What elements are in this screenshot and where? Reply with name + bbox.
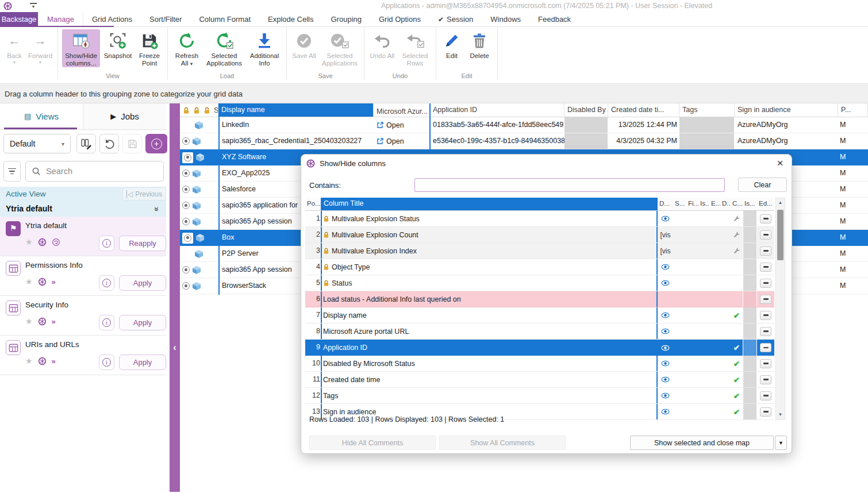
visibility-cell[interactable] bbox=[658, 388, 673, 403]
tab-manage[interactable]: Manage bbox=[38, 12, 83, 26]
comment-button[interactable] bbox=[760, 375, 771, 384]
comment-button[interactable] bbox=[760, 407, 771, 417]
comment-button[interactable] bbox=[760, 295, 771, 304]
column-row-created-date-time[interactable]: 11 Created date time ✔ bbox=[305, 372, 774, 388]
scroll-down-button[interactable]: ▼ bbox=[776, 410, 785, 419]
comment-button[interactable] bbox=[760, 311, 771, 320]
apply-button[interactable]: Apply bbox=[119, 275, 166, 291]
save-view-button[interactable] bbox=[122, 134, 142, 153]
visibility-cell[interactable] bbox=[658, 291, 673, 307]
column-row-application-id[interactable]: 9 Application ID ✔ bbox=[305, 340, 774, 356]
previous-view-button[interactable]: ◁ Previous bbox=[122, 187, 166, 201]
refresh-all-button[interactable]: Refresh All ▾ bbox=[172, 29, 202, 68]
visibility-cell[interactable] bbox=[658, 340, 673, 356]
hide-all-comments-button[interactable]: Hide All Comments bbox=[309, 436, 436, 450]
load-selected-applications-button[interactable]: Selected Applications bbox=[204, 29, 244, 67]
visibility-cell[interactable] bbox=[658, 307, 673, 323]
search-input[interactable] bbox=[46, 167, 144, 176]
tab-grid-options[interactable]: Grid Options bbox=[370, 12, 429, 26]
sidebar-tab-jobs[interactable]: ▶ Jobs bbox=[83, 103, 166, 129]
star-icon[interactable]: ★ bbox=[25, 237, 33, 246]
comment-button[interactable] bbox=[760, 279, 771, 288]
manage-tags-button[interactable] bbox=[76, 134, 96, 153]
star-icon[interactable]: ★ bbox=[25, 356, 33, 365]
additional-info-button[interactable]: Additional Info bbox=[247, 29, 282, 67]
comment-button[interactable] bbox=[760, 246, 771, 256]
column-row-status[interactable]: 5 Status bbox=[305, 275, 774, 291]
visibility-cell[interactable] bbox=[658, 259, 673, 275]
header-ed[interactable]: Ed... bbox=[757, 198, 774, 210]
save-all-button[interactable]: Save All bbox=[291, 29, 317, 60]
tab-feedback[interactable]: Feedback bbox=[529, 12, 579, 26]
freeze-point-button[interactable]: Freeze Point bbox=[136, 29, 163, 67]
visibility-cell[interactable]: [vis bbox=[658, 227, 673, 242]
view-info-button[interactable]: i bbox=[99, 275, 114, 291]
comment-button[interactable] bbox=[760, 263, 771, 272]
view-item-uris-and-urls[interactable]: URIs and URLs ★ » i Apply bbox=[0, 336, 166, 375]
tags-column-header[interactable]: Tags bbox=[679, 103, 735, 117]
header-c[interactable]: C... bbox=[731, 198, 743, 210]
column-row-display-name[interactable]: 7 Display name ✔ bbox=[305, 307, 774, 323]
apply-button[interactable]: Apply bbox=[119, 355, 166, 370]
tab-grid-actions[interactable]: Grid Actions bbox=[83, 12, 141, 26]
back-button[interactable]: ← Back ▾ bbox=[4, 29, 25, 65]
quick-access-customize-icon[interactable]: ▾ bbox=[30, 3, 37, 9]
position-column-header[interactable]: Po... bbox=[305, 198, 321, 210]
column-row-microsoft-azure-portal-url[interactable]: 8 Microsoft Azure portal URL bbox=[305, 323, 774, 340]
comment-button[interactable] bbox=[760, 230, 771, 240]
reapply-button[interactable]: Reapply bbox=[119, 236, 166, 251]
scroll-up-button[interactable]: ▲ bbox=[776, 198, 785, 207]
add-view-button[interactable]: + bbox=[145, 134, 167, 153]
view-item-security-info[interactable]: Security Info ★ » i Apply bbox=[0, 296, 166, 336]
dialog-close-button[interactable]: × bbox=[774, 157, 786, 170]
sign-in-audience-column-header[interactable]: Sign in audience bbox=[735, 103, 838, 117]
column-title-header[interactable]: Column Title bbox=[321, 198, 658, 210]
view-item-permissions-info[interactable]: Permissions Info ★ » i Apply bbox=[0, 256, 166, 296]
grid-row-sapio365-rbac[interactable]: sapio365_rbac_Credential1_250403203227 O… bbox=[180, 133, 868, 149]
visibility-cell[interactable] bbox=[658, 372, 673, 387]
show-hide-columns-button[interactable]: Show/Hide columns... bbox=[62, 29, 100, 67]
locked-columns-header[interactable]: S bbox=[180, 103, 218, 117]
edit-button[interactable]: Edit bbox=[440, 29, 463, 60]
expand-double-chevron-icon[interactable]: » bbox=[150, 207, 164, 211]
column-row-load-status[interactable]: 6 Load status - Additional Info last que… bbox=[305, 291, 774, 307]
comment-button[interactable] bbox=[760, 327, 771, 336]
header-is1[interactable]: Is... bbox=[698, 198, 709, 210]
display-name-column-header[interactable]: Display name bbox=[218, 103, 374, 117]
header-d1[interactable]: D... bbox=[658, 198, 673, 210]
visibility-cell[interactable]: [vis bbox=[658, 243, 673, 259]
p-column-header[interactable]: P... bbox=[838, 103, 868, 117]
sidebar-tab-views[interactable]: ▤ Views bbox=[0, 103, 83, 129]
clear-button[interactable]: Clear bbox=[738, 178, 787, 192]
save-selected-applications-button[interactable]: Selected Applications bbox=[320, 29, 360, 67]
visibility-cell[interactable] bbox=[658, 404, 673, 419]
visibility-cell[interactable] bbox=[658, 275, 673, 291]
comment-button[interactable] bbox=[760, 214, 771, 224]
grid-row-linkedin[interactable]: LinkedIn Open 01833ab5-3a65-444f-afce-1f… bbox=[180, 117, 868, 133]
created-date-column-header[interactable]: Created date ti... bbox=[608, 103, 679, 117]
tab-backstage[interactable]: Backstage bbox=[0, 12, 38, 26]
comment-button[interactable] bbox=[760, 343, 771, 352]
star-icon[interactable]: ★ bbox=[25, 277, 33, 286]
column-row-multivalue-explosion-status[interactable]: 1 Multivalue Explosion Status bbox=[305, 211, 774, 227]
tab-explode-cells[interactable]: Explode Cells bbox=[259, 12, 322, 26]
header-e[interactable]: E... bbox=[709, 198, 720, 210]
scrollbar-thumb[interactable] bbox=[777, 210, 783, 260]
sidebar-collapse-strip[interactable]: ‹ bbox=[170, 103, 180, 492]
header-fi[interactable]: Fi... bbox=[686, 198, 698, 210]
show-all-comments-button[interactable]: Show All Comments bbox=[439, 436, 566, 450]
revert-view-button[interactable] bbox=[99, 134, 119, 153]
visibility-cell[interactable] bbox=[658, 356, 673, 371]
comment-button[interactable] bbox=[760, 359, 771, 368]
view-info-button[interactable]: i bbox=[99, 236, 114, 251]
apply-button[interactable]: Apply bbox=[119, 315, 166, 330]
undo-all-button[interactable]: Undo All bbox=[368, 29, 396, 60]
contains-input[interactable] bbox=[414, 178, 725, 192]
star-icon[interactable]: ★ bbox=[25, 317, 33, 326]
forward-button[interactable]: → Forward ▾ bbox=[27, 29, 53, 65]
header-d2[interactable]: D... bbox=[720, 198, 731, 210]
view-info-button[interactable]: i bbox=[99, 355, 114, 370]
column-row-disabled-by-microsoft-status[interactable]: 10 Disabled By Microsoft Status ✔ bbox=[305, 356, 774, 372]
visibility-cell[interactable] bbox=[658, 211, 673, 226]
snapshot-button[interactable]: Snapshot bbox=[102, 29, 133, 60]
